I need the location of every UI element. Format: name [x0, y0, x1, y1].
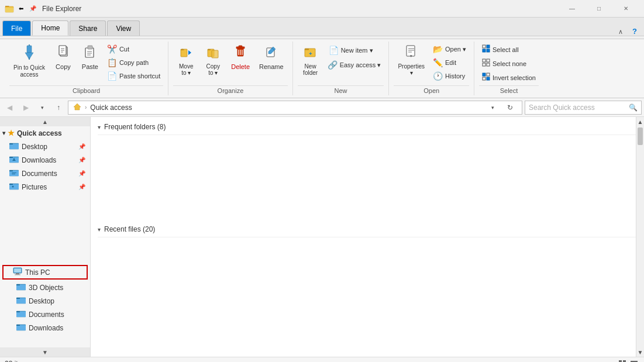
svg-rect-39 [483, 45, 485, 48]
history-icon: 🕐 [433, 71, 443, 81]
sidebar-item-documents-pc[interactable]: Documents [0, 308, 90, 321]
select-none-button[interactable]: Select none [479, 57, 539, 70]
svg-rect-47 [483, 73, 485, 76]
tab-home[interactable]: Home [32, 20, 68, 36]
paste-shortcut-button[interactable]: 📄 Paste shortcut [104, 70, 163, 82]
select-all-button[interactable]: Select all [479, 43, 539, 56]
copy-to-button[interactable]: Copyto ▾ [200, 43, 226, 78]
new-content: + Newfolder 📄 New item ▾ 🔗 Easy access ▾ [298, 42, 384, 84]
minimize-button[interactable]: — [559, 0, 586, 18]
address-dropdown-button[interactable]: ▾ [485, 101, 500, 115]
content-scroll-down[interactable]: ▼ [636, 347, 644, 357]
cut-button[interactable]: ✂️ Cut [104, 43, 163, 56]
svg-rect-1 [5, 8, 13, 12]
svg-rect-3 [27, 46, 32, 53]
rename-button[interactable]: Rename [255, 43, 288, 72]
address-separator: › [85, 104, 87, 111]
select-label: Select [479, 85, 539, 95]
maximize-button[interactable]: □ [586, 0, 612, 18]
copy-path-icon: 📋 [107, 58, 117, 67]
svg-rect-13 [88, 46, 92, 49]
view-tiles-button[interactable] [617, 358, 628, 363]
ribbon: Pin to Quickaccess Copy [0, 36, 644, 98]
pin-icon-dl: 📌 [78, 157, 85, 163]
up-button[interactable]: ↑ [51, 101, 66, 115]
help-button[interactable]: ? [628, 27, 642, 36]
paste-button[interactable]: Paste [77, 43, 103, 72]
recent-files-header[interactable]: ▾ Recent files (20) [98, 222, 637, 237]
refresh-button[interactable]: ↻ [503, 101, 517, 115]
new-label: New [298, 85, 384, 95]
pictures-folder-icon [9, 182, 19, 192]
svg-rect-89 [631, 361, 638, 362]
invert-selection-button[interactable]: Invert selection [479, 71, 539, 84]
select-none-icon [482, 58, 490, 68]
title-bar-title: File Explorer [42, 5, 559, 13]
svg-rect-57 [9, 157, 13, 158]
copy-button[interactable]: Copy [50, 43, 76, 72]
search-bar[interactable]: Search Quick access 🔍 [525, 101, 642, 115]
close-button[interactable]: ✕ [612, 0, 639, 18]
copy-path-button[interactable]: 📋 Copy path [104, 56, 163, 69]
properties-button[interactable]: ▾ Properties▾ [394, 43, 429, 78]
sidebar-item-pictures[interactable]: Pictures 📌 [0, 180, 90, 194]
sidebar-item-documents[interactable]: Documents 📌 [0, 167, 90, 180]
view-list-button[interactable] [629, 358, 639, 363]
svg-rect-43 [483, 59, 485, 62]
tab-view[interactable]: View [107, 20, 140, 36]
svg-rect-61 [9, 171, 19, 176]
address-path: Quick access [90, 104, 132, 112]
svg-rect-46 [487, 63, 490, 66]
sidebar-item-desktop[interactable]: Desktop 📌 [0, 140, 90, 153]
status-bar: 28 items [0, 357, 644, 362]
open-button[interactable]: 📂 Open ▾ [430, 43, 469, 56]
ribbon-collapse-btn[interactable]: ∧ [614, 28, 628, 36]
pin-to-quick-access-button[interactable]: Pin to Quickaccess [9, 43, 49, 80]
quick-access-header[interactable]: ▾ ★ Quick access [0, 126, 90, 140]
status-view-buttons [617, 358, 639, 363]
frequent-folders-chevron: ▾ [98, 124, 101, 130]
back-button[interactable]: ◀ [2, 101, 16, 115]
sidebar-item-downloads-pc[interactable]: Downloads [0, 321, 90, 335]
frequent-folders-content [98, 140, 637, 222]
copy-to-icon [206, 44, 219, 62]
sidebar-item-this-pc[interactable]: This PC [2, 265, 88, 280]
svg-rect-78 [16, 298, 20, 299]
sidebar-item-desktop-pc[interactable]: Desktop [0, 294, 90, 308]
svg-rect-71 [16, 273, 19, 274]
open-label: Open [394, 85, 469, 95]
svg-rect-84 [16, 325, 20, 326]
desktop-pc-icon [16, 296, 26, 306]
svg-rect-75 [16, 284, 20, 285]
delete-button[interactable]: Delete [227, 43, 254, 72]
forward-button[interactable]: ▶ [19, 101, 33, 115]
svg-marker-19 [188, 50, 191, 55]
content-scroll-up[interactable]: ▲ [636, 117, 644, 126]
svg-rect-80 [16, 312, 26, 317]
3d-objects-icon [16, 282, 26, 292]
content-area: ▲ ▼ ▾ Frequent folders (8) ▾ Recent file… [91, 117, 644, 357]
history-button[interactable]: 🕐 History [430, 70, 469, 82]
sidebar-scroll-up[interactable]: ▲ [0, 117, 90, 126]
svg-rect-83 [16, 325, 26, 330]
sidebar-scroll-down[interactable]: ▼ [0, 347, 90, 357]
svg-rect-72 [15, 274, 20, 275]
ribbon-group-select: Select all Select none [474, 42, 543, 95]
frequent-folders-header[interactable]: ▾ Frequent folders (8) [98, 119, 637, 135]
sidebar-item-downloads[interactable]: Downloads 📌 [0, 153, 90, 167]
move-to-button[interactable]: Moveto ▾ [173, 43, 199, 78]
documents-label: Documents [22, 170, 57, 178]
new-folder-button[interactable]: + Newfolder [298, 43, 323, 78]
edit-button[interactable]: ✏️ Edit [430, 56, 469, 69]
sidebar-item-3d-objects[interactable]: 3D Objects [0, 281, 90, 294]
address-bar[interactable]: › Quick access ▾ ↻ [68, 101, 522, 115]
new-item-button[interactable]: 📄 New item ▾ [325, 43, 384, 58]
new-items-col: 📄 New item ▾ 🔗 Easy access ▾ [325, 43, 384, 71]
documents-folder-icon [9, 168, 19, 178]
tab-file[interactable]: File [2, 20, 31, 36]
tab-share[interactable]: Share [70, 20, 106, 36]
recent-locations-button[interactable]: ▾ [35, 101, 49, 115]
recent-files-content [98, 242, 637, 336]
easy-access-button[interactable]: 🔗 Easy access ▾ [325, 58, 384, 71]
open-content: ▾ Properties▾ 📂 Open ▾ ✏️ Edit � [394, 42, 469, 84]
